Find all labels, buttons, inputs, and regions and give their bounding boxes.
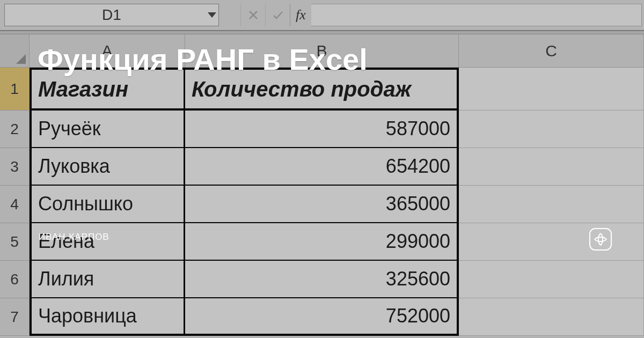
cell-A1[interactable]: Магазин	[30, 68, 185, 111]
row-header-1[interactable]: 1	[0, 68, 30, 111]
spreadsheet-grid[interactable]: A B C 1 Магазин Количество продаж 2 Руче…	[0, 34, 644, 336]
cell-A3[interactable]: Луковка	[30, 148, 185, 186]
cell-A5[interactable]: Елена	[30, 223, 185, 261]
table-row: 4 Солнышко 365000	[0, 186, 644, 223]
excel-background: D1 fx A B C	[0, 0, 644, 338]
select-all-corner[interactable]	[0, 34, 30, 68]
cell-B1[interactable]: Количество продаж	[185, 68, 459, 111]
cell-C4[interactable]	[459, 186, 644, 223]
formula-input[interactable]	[311, 4, 642, 26]
cell-C6[interactable]	[459, 261, 644, 298]
table-row: 5 Елена 299000	[0, 223, 644, 261]
table-row: 7 Чаровница 752000	[0, 298, 644, 336]
cell-C3[interactable]	[459, 148, 644, 186]
formula-bar: D1 fx	[0, 0, 644, 31]
column-headers: A B C	[0, 34, 644, 68]
row-header-7[interactable]: 7	[0, 298, 30, 336]
cell-A6[interactable]: Лилия	[30, 261, 185, 298]
cell-C5[interactable]	[459, 223, 644, 261]
table-row: 6 Лилия 325600	[0, 261, 644, 298]
fx-label: fx	[296, 7, 306, 23]
cell-B2[interactable]: 587000	[185, 111, 459, 148]
cell-C7[interactable]	[459, 298, 644, 336]
row-header-3[interactable]: 3	[0, 148, 30, 186]
row-header-2[interactable]: 2	[0, 111, 30, 148]
cell-C1[interactable]	[459, 68, 644, 111]
table-row: 2 Ручеёк 587000	[0, 111, 644, 148]
name-box-value: D1	[102, 6, 121, 24]
cell-B5[interactable]: 299000	[185, 223, 459, 261]
name-box[interactable]: D1	[4, 4, 219, 26]
cancel-icon	[240, 4, 265, 26]
row-header-4[interactable]: 4	[0, 186, 30, 223]
row-header-5[interactable]: 5	[0, 223, 30, 261]
cell-B6[interactable]: 325600	[185, 261, 459, 298]
cell-B3[interactable]: 654200	[185, 148, 459, 186]
cell-C2[interactable]	[459, 111, 644, 148]
column-header-A[interactable]: A	[30, 34, 185, 68]
cell-B7[interactable]: 752000	[185, 298, 459, 336]
column-header-C[interactable]: C	[459, 34, 644, 68]
row-header-6[interactable]: 6	[0, 261, 30, 298]
fx-button[interactable]: fx	[290, 4, 311, 26]
table-row: 3 Луковка 654200	[0, 148, 644, 186]
chevron-down-icon[interactable]	[208, 12, 216, 18]
table-row: 1 Магазин Количество продаж	[0, 68, 644, 111]
column-header-B[interactable]: B	[185, 34, 459, 68]
cell-A4[interactable]: Солнышко	[30, 186, 185, 223]
enter-icon	[265, 4, 290, 26]
cell-A2[interactable]: Ручеёк	[30, 111, 185, 148]
cell-B4[interactable]: 365000	[185, 186, 459, 223]
cell-A7[interactable]: Чаровница	[30, 298, 185, 336]
